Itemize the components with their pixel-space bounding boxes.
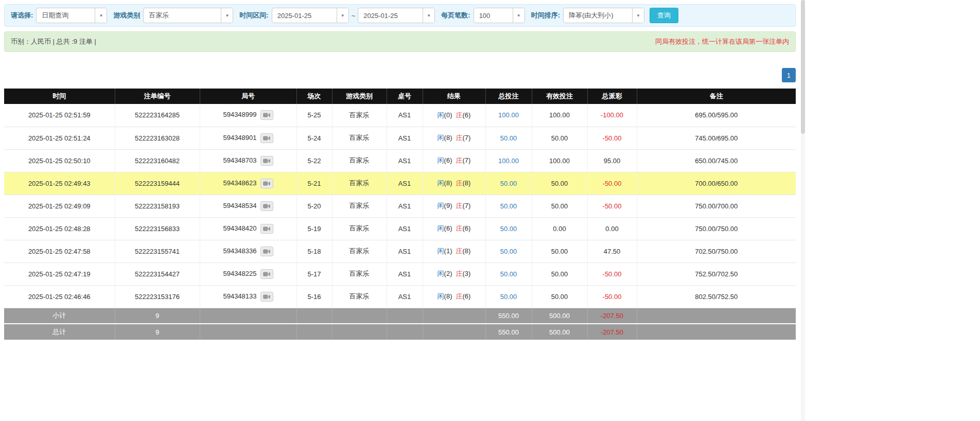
result-cell: 闲(0)庄(6)	[423, 104, 485, 127]
banker-result-label: 庄	[456, 111, 463, 119]
video-replay-icon[interactable]	[260, 133, 273, 143]
total-bet-link[interactable]: 100.00	[485, 104, 532, 127]
total-bet-link[interactable]: 50.00	[485, 285, 532, 308]
total-total-bet: 550.00	[485, 324, 532, 340]
banker-result-label: 庄	[456, 179, 463, 187]
round-id-cell: 594348133	[200, 285, 296, 308]
payout-cell: -50.00	[587, 172, 637, 195]
payout-cell: -50.00	[587, 195, 637, 217]
game-category-cell: 百家乐	[332, 217, 387, 240]
vertical-scrollbar[interactable]	[801, 0, 805, 421]
video-replay-icon[interactable]	[260, 269, 273, 279]
page-size-label: 每页笔数:	[441, 11, 470, 20]
round-id-text: 594348420	[223, 224, 256, 232]
session-cell: 5-20	[296, 195, 332, 217]
video-replay-icon[interactable]	[260, 247, 273, 256]
scrollbar-thumb[interactable]	[801, 0, 805, 134]
session-cell: 5-22	[296, 149, 332, 172]
bet-id-cell: 522223163028	[115, 127, 200, 149]
date-from-value: 2025-01-25	[272, 8, 337, 23]
video-replay-icon[interactable]	[260, 292, 273, 302]
game-category-cell: 百家乐	[332, 172, 387, 195]
table-row: 2025-01-25 02:49:09 522223158193 5943485…	[4, 195, 796, 217]
date-to-select[interactable]: 2025-01-25 ▼	[358, 8, 435, 23]
pagination-page-1-button[interactable]: 1	[782, 68, 796, 82]
session-cell: 5-24	[296, 127, 332, 149]
column-header-2: 注单编号	[115, 89, 200, 104]
bet-records-table: 时间注单编号局号场次游戏类别桌号结果总投注有效投注总派彩备注 2025-01-2…	[4, 89, 796, 340]
round-id-cell: 594348336	[200, 240, 296, 262]
query-type-select[interactable]: 日期查询 ▼	[36, 8, 107, 23]
empty-cell	[387, 308, 423, 324]
round-id-text: 594348999	[223, 111, 256, 118]
video-replay-icon[interactable]	[260, 224, 273, 234]
player-result-label: 闲	[437, 111, 444, 119]
chevron-down-icon: ▼	[632, 8, 644, 23]
session-cell: 5-19	[296, 217, 332, 240]
remark-cell: 695.00/595.00	[637, 104, 796, 127]
video-replay-icon[interactable]	[260, 179, 273, 188]
date-from-select[interactable]: 2025-01-25 ▼	[272, 8, 349, 23]
search-button[interactable]: 查询	[650, 8, 678, 23]
total-bet-link[interactable]: 50.00	[485, 195, 532, 217]
table-number-cell: AS1	[387, 240, 423, 262]
column-header-11: 备注	[637, 89, 796, 104]
bet-id-cell: 522223158193	[115, 195, 200, 217]
total-bet-link[interactable]: 50.00	[485, 217, 532, 240]
page-size-select[interactable]: 100 ▼	[474, 8, 525, 23]
chevron-down-icon: ▼	[221, 8, 233, 23]
banker-score: (3)	[463, 270, 471, 277]
time-cell: 2025-01-25 02:47:19	[4, 262, 115, 285]
empty-cell	[637, 324, 796, 340]
video-replay-icon[interactable]	[260, 201, 273, 211]
round-id-cell: 594348623	[200, 172, 296, 195]
total-count: 9	[115, 324, 200, 340]
table-number-cell: AS1	[387, 149, 423, 172]
filter-bar: 请选择: 日期查询 ▼ 游戏类别 百家乐 ▼ 时间区间: 2025-01-25 …	[4, 4, 796, 27]
round-id-text: 594348703	[223, 156, 256, 164]
game-category-cell: 百家乐	[332, 285, 387, 308]
time-sort-select[interactable]: 降幂(由大到小) ▼	[563, 8, 644, 23]
table-number-cell: AS1	[387, 172, 423, 195]
total-bet-link[interactable]: 50.00	[485, 240, 532, 262]
player-result-label: 闲	[437, 247, 444, 255]
subtotal-valid-bet: 500.00	[532, 308, 587, 324]
date-to-value: 2025-01-25	[358, 8, 423, 23]
player-score: (6)	[444, 156, 452, 164]
game-category-select[interactable]: 百家乐 ▼	[143, 8, 233, 23]
total-bet-link[interactable]: 50.00	[485, 127, 532, 149]
payout-cell: 95.00	[587, 149, 637, 172]
player-score: (2)	[444, 270, 452, 277]
empty-cell	[387, 324, 423, 340]
column-header-3: 局号	[200, 89, 296, 104]
total-bet-link[interactable]: 50.00	[485, 172, 532, 195]
empty-cell	[423, 324, 485, 340]
total-bet-link[interactable]: 100.00	[485, 149, 532, 172]
player-score: (6)	[444, 224, 452, 232]
game-category-label: 游戏类别	[113, 11, 140, 20]
video-replay-icon[interactable]	[260, 110, 273, 120]
banker-score: (8)	[463, 247, 471, 255]
column-header-1: 时间	[4, 89, 115, 104]
time-cell: 2025-01-25 02:48:28	[4, 217, 115, 240]
valid-bet-cell: 50.00	[532, 127, 587, 149]
result-cell: 闲(2)庄(3)	[423, 262, 485, 285]
session-cell: 5-16	[296, 285, 332, 308]
game-category-cell: 百家乐	[332, 195, 387, 217]
empty-cell	[200, 308, 296, 324]
banker-score: (7)	[463, 156, 471, 164]
result-cell: 闲(1)庄(8)	[423, 240, 485, 262]
session-cell: 5-25	[296, 104, 332, 127]
payout-cell: 47.50	[587, 240, 637, 262]
game-category-cell: 百家乐	[332, 127, 387, 149]
round-id-text: 594348623	[223, 179, 256, 186]
video-replay-icon[interactable]	[260, 156, 273, 166]
subtotal-total-bet: 550.00	[485, 308, 532, 324]
subtotal-count: 9	[115, 308, 200, 324]
total-bet-link[interactable]: 50.00	[485, 262, 532, 285]
player-score: (8)	[444, 292, 452, 300]
query-type-value: 日期查询	[37, 8, 95, 23]
player-result-label: 闲	[437, 179, 444, 187]
result-cell: 闲(8)庄(6)	[423, 285, 485, 308]
player-result-label: 闲	[437, 202, 444, 209]
